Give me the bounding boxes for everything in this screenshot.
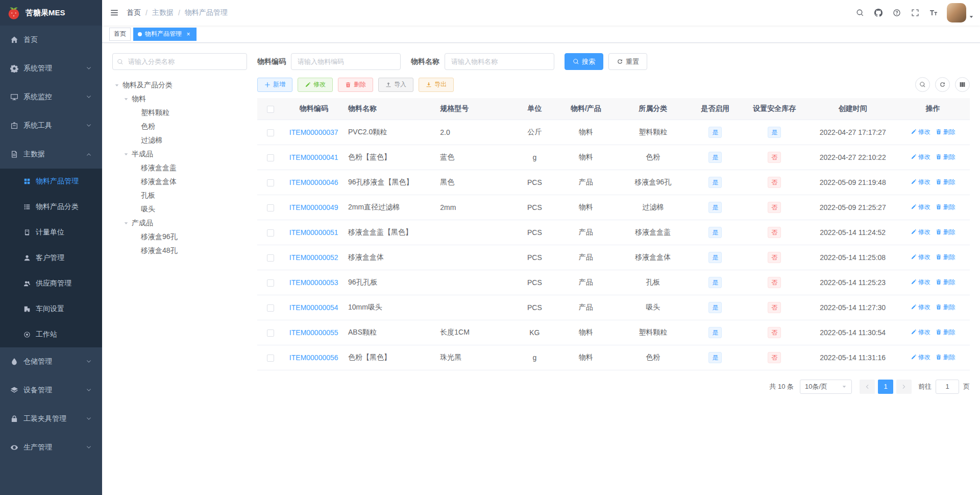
safety-stock-tag[interactable]: 否 xyxy=(768,277,781,288)
enabled-tag[interactable]: 是 xyxy=(708,202,722,213)
row-edit-button[interactable]: 修改 xyxy=(911,253,930,262)
row-edit-button[interactable]: 修改 xyxy=(911,353,930,362)
tree-node[interactable]: 移液盒盒盖 xyxy=(112,161,247,175)
sidebar-item-home[interactable]: 首页 xyxy=(0,26,102,54)
row-edit-button[interactable]: 修改 xyxy=(911,178,930,186)
row-checkbox[interactable] xyxy=(267,355,274,362)
tree-node[interactable]: 塑料颗粒 xyxy=(112,106,247,120)
row-delete-button[interactable]: 删除 xyxy=(936,353,955,362)
page-number-button[interactable]: 1 xyxy=(878,380,893,394)
item-code-link[interactable]: ITEM00000037 xyxy=(289,128,338,136)
item-code-link[interactable]: ITEM00000052 xyxy=(289,253,338,262)
search-button[interactable] xyxy=(851,0,869,26)
safety-stock-tag[interactable]: 否 xyxy=(768,227,781,238)
safety-stock-tag[interactable]: 否 xyxy=(768,177,781,188)
item-code-link[interactable]: ITEM00000054 xyxy=(289,303,338,312)
tree-caret-icon[interactable] xyxy=(121,150,131,159)
row-edit-button[interactable]: 修改 xyxy=(911,278,930,287)
tree-node[interactable]: 移液盒48孔 xyxy=(112,244,247,257)
safety-stock-tag[interactable]: 否 xyxy=(768,302,781,313)
enabled-tag[interactable]: 是 xyxy=(708,227,722,238)
tree-caret-icon[interactable] xyxy=(121,95,131,104)
fullscreen-button[interactable] xyxy=(906,0,924,26)
row-delete-button[interactable]: 删除 xyxy=(936,303,955,312)
row-delete-button[interactable]: 删除 xyxy=(936,153,955,161)
tree-node[interactable]: 孔板 xyxy=(112,188,247,202)
sidebar-item-fixture-management[interactable]: 工装夹具管理 xyxy=(0,405,102,433)
enabled-tag[interactable]: 是 xyxy=(708,152,722,163)
export-button[interactable]: 导出 xyxy=(419,78,454,92)
tree-node[interactable]: 色粉 xyxy=(112,120,247,133)
sidebar-item-equipment-management[interactable]: 设备管理 xyxy=(0,376,102,405)
sidebar-item-system-management[interactable]: 系统管理 xyxy=(0,54,102,83)
row-delete-button[interactable]: 删除 xyxy=(936,178,955,186)
item-code-link[interactable]: ITEM00000055 xyxy=(289,328,338,337)
row-edit-button[interactable]: 修改 xyxy=(911,153,930,161)
safety-stock-tag[interactable]: 否 xyxy=(768,252,781,263)
item-code-link[interactable]: ITEM00000053 xyxy=(289,278,338,287)
delete-button[interactable]: 删除 xyxy=(338,78,373,92)
safety-stock-tag[interactable]: 否 xyxy=(768,202,781,213)
sidebar-item-measure-unit[interactable]: 计量单位 xyxy=(0,220,102,245)
tree-node[interactable]: 移液盒96孔 xyxy=(112,230,247,244)
sidebar-item-workstation[interactable]: 工作站 xyxy=(0,322,102,347)
tree-caret-icon[interactable] xyxy=(112,81,121,90)
sidebar-toggle-button[interactable] xyxy=(102,0,127,26)
enabled-tag[interactable]: 是 xyxy=(708,277,722,288)
row-checkbox[interactable] xyxy=(267,179,274,186)
row-delete-button[interactable]: 删除 xyxy=(936,128,955,136)
tree-node[interactable]: 移液盒盒体 xyxy=(112,175,247,188)
sidebar-item-system-monitor[interactable]: 系统监控 xyxy=(0,83,102,111)
row-delete-button[interactable]: 删除 xyxy=(936,253,955,262)
tab-close-icon[interactable]: × xyxy=(185,31,192,38)
tree-node[interactable]: 物料及产品分类 xyxy=(112,78,247,92)
sidebar-item-customer-management[interactable]: 客户管理 xyxy=(0,245,102,271)
fontsize-button[interactable] xyxy=(924,0,943,26)
tree-node[interactable]: 物料 xyxy=(112,92,247,106)
row-delete-button[interactable]: 删除 xyxy=(936,228,955,237)
page-size-select[interactable]: 10条/页 xyxy=(800,380,852,394)
enabled-tag[interactable]: 是 xyxy=(708,327,722,338)
edit-button[interactable]: 修改 xyxy=(298,78,333,92)
tree-node[interactable]: 半成品 xyxy=(112,147,247,161)
tab-material-product-management[interactable]: 物料产品管理× xyxy=(133,28,197,41)
sidebar-item-material-product-management[interactable]: 物料产品管理 xyxy=(0,169,102,194)
row-checkbox[interactable] xyxy=(267,304,274,312)
app-logo[interactable]: 苦糖果MES xyxy=(0,0,102,26)
safety-stock-tag[interactable]: 否 xyxy=(768,327,781,338)
sidebar-item-supplier-management[interactable]: 供应商管理 xyxy=(0,271,102,296)
category-search-input[interactable] xyxy=(112,53,247,70)
row-edit-button[interactable]: 修改 xyxy=(911,328,930,337)
enabled-tag[interactable]: 是 xyxy=(708,302,722,313)
import-button[interactable]: 导入 xyxy=(378,78,413,92)
safety-stock-tag[interactable]: 否 xyxy=(768,352,781,363)
tree-node[interactable]: 过滤棉 xyxy=(112,133,247,147)
select-all-checkbox[interactable] xyxy=(267,106,274,113)
add-button[interactable]: 新增 xyxy=(257,78,292,92)
sidebar-item-material-product-category[interactable]: 物料产品分类 xyxy=(0,194,102,220)
sidebar-item-production-management[interactable]: 生产管理 xyxy=(0,433,102,462)
row-checkbox[interactable] xyxy=(267,229,274,237)
sidebar-item-workshop-settings[interactable]: 车间设置 xyxy=(0,296,102,322)
row-delete-button[interactable]: 删除 xyxy=(936,328,955,337)
enabled-tag[interactable]: 是 xyxy=(708,127,722,138)
row-checkbox[interactable] xyxy=(267,204,274,211)
sidebar-item-system-tools[interactable]: 系统工具 xyxy=(0,111,102,140)
tab-home[interactable]: 首页 xyxy=(109,28,131,41)
safety-stock-tag[interactable]: 是 xyxy=(768,127,781,138)
enabled-tag[interactable]: 是 xyxy=(708,177,722,188)
row-checkbox[interactable] xyxy=(267,254,274,262)
item-code-link[interactable]: ITEM00000046 xyxy=(289,178,338,186)
tree-caret-icon[interactable] xyxy=(121,219,131,228)
row-delete-button[interactable]: 删除 xyxy=(936,278,955,287)
sidebar-item-master-data[interactable]: 主数据 xyxy=(0,140,102,169)
row-checkbox[interactable] xyxy=(267,129,274,136)
item-code-link[interactable]: ITEM00000049 xyxy=(289,203,338,211)
next-page-button[interactable] xyxy=(896,380,912,394)
prev-page-button[interactable] xyxy=(860,380,875,394)
enabled-tag[interactable]: 是 xyxy=(708,252,722,263)
reset-button[interactable]: 重置 xyxy=(608,53,647,70)
item-code-link[interactable]: ITEM00000051 xyxy=(289,228,338,237)
row-edit-button[interactable]: 修改 xyxy=(911,203,930,211)
github-button[interactable] xyxy=(869,0,888,26)
